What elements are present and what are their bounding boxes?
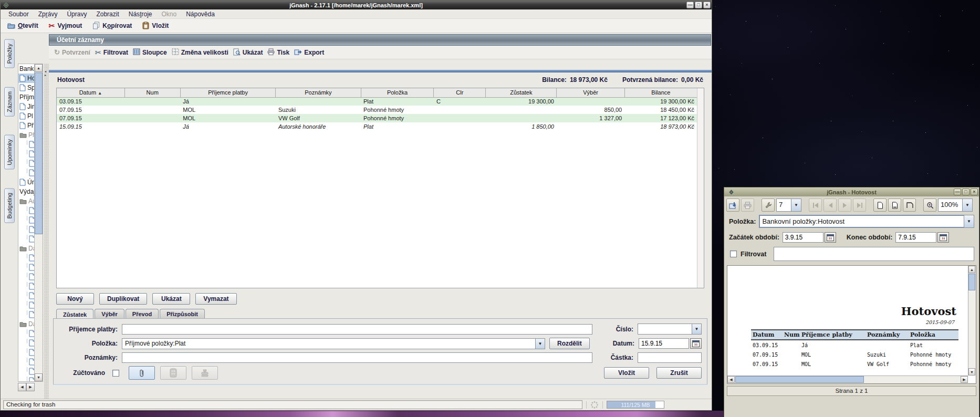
- menu-napoveda[interactable]: Nápověda: [181, 10, 220, 18]
- tree-item[interactable]: [18, 272, 34, 282]
- chevron-down-icon[interactable]: ▼: [964, 215, 974, 228]
- tree-item[interactable]: [18, 338, 34, 348]
- report-account-combobox[interactable]: Bankovní položky:Hotovost ▼: [759, 215, 974, 228]
- start-calendar-button[interactable]: 31: [825, 232, 836, 243]
- tab-prevod[interactable]: Převod: [126, 309, 159, 318]
- transaction-row[interactable]: 07.09.15MOLVW GolfPohonné hmoty1 327,001…: [57, 114, 697, 122]
- chevron-down-icon[interactable]: ▼: [535, 338, 545, 349]
- potvrzeni-button[interactable]: ↻Potvrzení: [54, 49, 90, 56]
- item-combobox[interactable]: Příjmové položky:Plat ▼: [122, 338, 545, 349]
- table-scrollbar-track[interactable]: [697, 88, 704, 288]
- tree-item[interactable]: [18, 140, 34, 149]
- page-setup-button[interactable]: [888, 199, 901, 212]
- tree-item-pr[interactable]: Př: [18, 130, 34, 140]
- side-tab-zaznam[interactable]: Záznam: [4, 87, 15, 117]
- tree-item[interactable]: [18, 329, 34, 338]
- last-page-button[interactable]: [853, 199, 866, 212]
- tree-item-au[interactable]: Au: [18, 196, 34, 206]
- close-button[interactable]: ×: [703, 2, 711, 8]
- side-tab-budgeting[interactable]: Budgeting: [4, 189, 15, 223]
- tree-item[interactable]: [18, 206, 34, 215]
- side-tab-polozky[interactable]: Položky: [4, 39, 15, 68]
- tree-item-jin[interactable]: Jin: [18, 102, 34, 111]
- tree-item[interactable]: [18, 348, 34, 357]
- minimize-button[interactable]: —: [954, 189, 961, 195]
- close-button[interactable]: ×: [971, 189, 978, 195]
- chevron-down-icon[interactable]: ▼: [692, 324, 702, 335]
- keypad-button[interactable]: [160, 366, 186, 380]
- stamp-button[interactable]: [192, 366, 218, 380]
- scroll-up-icon[interactable]: ▲: [968, 266, 975, 273]
- transaction-row[interactable]: 03.09.15JáPlatC19 300,0019 300,00 Kč: [57, 97, 697, 106]
- tree-scroll-thumb[interactable]: [35, 72, 43, 234]
- otevrit-button[interactable]: Otevřít: [4, 21, 42, 31]
- first-page-button[interactable]: [809, 199, 822, 212]
- tree-item-ho[interactable]: Ho: [18, 74, 34, 83]
- tree-item[interactable]: [18, 159, 34, 168]
- preview-scroll-thumb[interactable]: [968, 274, 975, 290]
- tree-splitter[interactable]: ◂▸: [44, 64, 49, 400]
- column-header-poznamky[interactable]: Poznámky: [276, 88, 361, 97]
- tree-item-prijmo[interactable]: Příjmo: [18, 92, 34, 102]
- column-header-zustatek[interactable]: Zůstatek: [486, 88, 557, 97]
- maximize-button[interactable]: □: [695, 2, 702, 8]
- menu-okno[interactable]: Okno: [157, 10, 181, 18]
- scroll-left-icon[interactable]: ◀: [727, 376, 735, 383]
- vyjmout-button[interactable]: ✂Vyjmout: [45, 21, 86, 30]
- chevron-down-icon[interactable]: ▼: [791, 199, 801, 212]
- single-page-button[interactable]: [873, 199, 887, 212]
- scroll-up-icon[interactable]: ▲: [35, 64, 43, 72]
- report-titlebar[interactable]: jGnash - Hotovost — □ ×: [724, 187, 979, 196]
- tree-item[interactable]: [18, 367, 34, 376]
- tree-item-da[interactable]: Da: [18, 244, 34, 253]
- ukazat-button[interactable]: Ukázat: [233, 48, 263, 57]
- tree-item[interactable]: [18, 300, 34, 310]
- vlozit-button[interactable]: Vložit: [139, 20, 172, 32]
- tree-item[interactable]: [18, 357, 34, 367]
- column-header-polozka[interactable]: Položka: [361, 88, 434, 97]
- scroll-left-icon[interactable]: ◀: [18, 383, 26, 391]
- tree-item[interactable]: [18, 234, 34, 244]
- report-options-button[interactable]: [762, 199, 775, 212]
- tree-vertical-scrollbar[interactable]: ▲ ▼: [34, 64, 43, 382]
- ukazat-button[interactable]: Ukázat: [152, 293, 190, 305]
- transaction-row[interactable]: 07.09.15MOLSuzukiPohonné hmoty850,0018 4…: [57, 106, 697, 114]
- end-calendar-button[interactable]: 31: [937, 232, 949, 243]
- memory-usage-gauge[interactable]: 111/125 MB: [607, 401, 664, 409]
- tree-item[interactable]: [18, 225, 34, 234]
- scroll-down-icon[interactable]: ▼: [968, 368, 975, 376]
- date-input[interactable]: [639, 338, 689, 349]
- preview-vertical-scrollbar[interactable]: ▲ ▼: [968, 266, 976, 376]
- zmena-velikosti-button[interactable]: Změna velikosti: [172, 48, 228, 56]
- number-combobox[interactable]: ▼: [638, 324, 702, 335]
- tree-item[interactable]: [18, 291, 34, 300]
- novy-button[interactable]: Nový: [56, 293, 94, 305]
- transaction-row[interactable]: 15.09.15JáAutorské honorářePlat1 850,001…: [57, 122, 697, 131]
- filter-checkbox[interactable]: [730, 251, 737, 257]
- cancel-button[interactable]: Zrušit: [656, 367, 702, 379]
- main-titlebar[interactable]: jGnash - 2.17.1 [/home/marek/jGnash/mare…: [1, 1, 712, 9]
- tree-item-ur[interactable]: Úr: [18, 178, 34, 187]
- payee-input[interactable]: [122, 324, 592, 335]
- transaction-table[interactable]: Datum ▲NumPříjemce platbyPoznámkyPoložka…: [57, 88, 697, 131]
- tree-item[interactable]: [18, 282, 34, 291]
- tree-item-vydaj[interactable]: Výdaj: [18, 187, 34, 196]
- tisk-button[interactable]: Tisk: [267, 48, 289, 56]
- split-button[interactable]: Rozdělit: [549, 338, 590, 349]
- cleared-checkbox[interactable]: [112, 370, 119, 377]
- tree-item[interactable]: [18, 253, 34, 263]
- menu-soubor[interactable]: Soubor: [4, 10, 34, 18]
- calendar-button[interactable]: 31: [690, 338, 702, 349]
- tree-item-banko[interactable]: Banko: [18, 64, 34, 74]
- previous-page-button[interactable]: [823, 199, 837, 212]
- tree-item[interactable]: [18, 310, 34, 319]
- tab-vyber[interactable]: Výběr: [95, 309, 124, 318]
- scroll-right-icon[interactable]: ▶: [26, 383, 35, 391]
- tree-item[interactable]: [18, 215, 34, 225]
- export-button[interactable]: Export: [294, 48, 324, 56]
- kopirovat-button[interactable]: Kopírovat: [89, 20, 135, 32]
- enter-button[interactable]: Vložit: [604, 367, 649, 379]
- zoom-level-combobox[interactable]: 100% ▼: [938, 199, 973, 212]
- filtrovat-button[interactable]: ✂Filtrovat: [95, 49, 128, 56]
- save-report-button[interactable]: [726, 199, 739, 212]
